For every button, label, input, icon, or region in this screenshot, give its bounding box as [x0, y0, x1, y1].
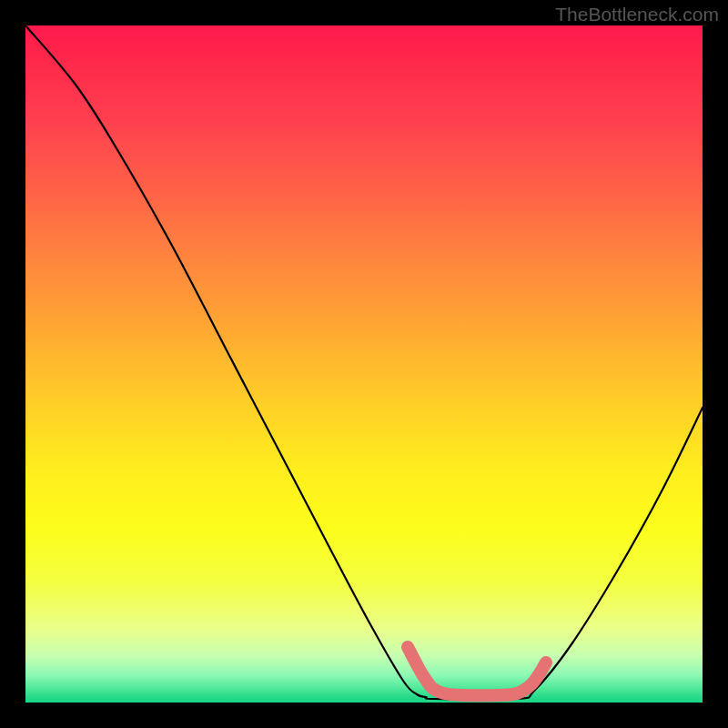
bottleneck-curve: [25, 25, 703, 700]
plot-area: [25, 25, 703, 703]
chart-svg: [25, 25, 703, 703]
sweet-spot-highlight: [408, 647, 546, 695]
watermark-text: TheBottleneck.com: [555, 4, 719, 25]
